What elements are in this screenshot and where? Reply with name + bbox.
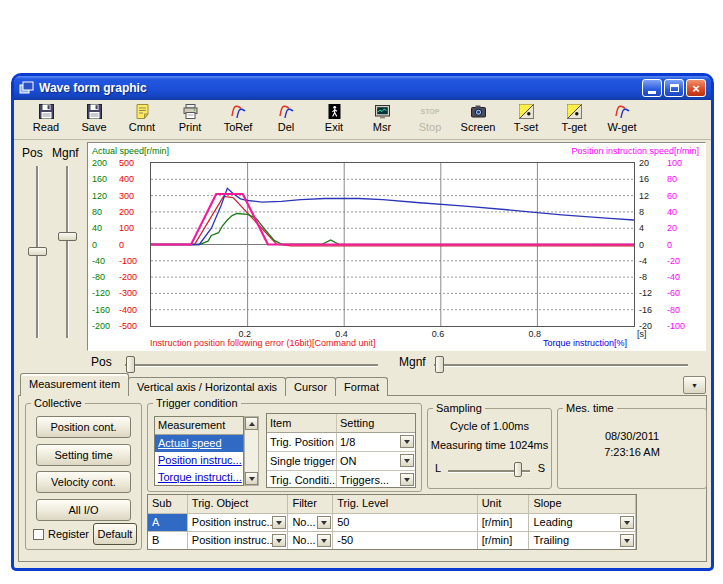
toolbar-button-t-set[interactable]: T-set xyxy=(502,102,550,138)
axis-tick: 0 xyxy=(92,240,97,250)
axis-tick: 12 xyxy=(639,191,649,201)
trig-level-cell[interactable]: 50 xyxy=(333,513,477,531)
mgnf-hslider-thumb[interactable] xyxy=(435,356,444,373)
dropdown-button[interactable] xyxy=(317,534,331,547)
toolbar-button-read[interactable]: Read xyxy=(22,102,70,138)
axis-tick: 80 xyxy=(92,207,102,217)
register-checkbox[interactable] xyxy=(33,529,44,540)
toolbar-button-toref[interactable]: ToRef xyxy=(214,102,262,138)
measurement-item-actual-speed[interactable]: Actual speed xyxy=(155,435,243,452)
axis-tick: -160 xyxy=(92,305,110,315)
waveform-plot[interactable] xyxy=(150,162,635,327)
dropdown-button[interactable] xyxy=(400,454,414,467)
measurement-list-scrollbar[interactable] xyxy=(244,416,259,486)
measurement-item-position-instruc[interactable]: Position instruc... xyxy=(155,452,243,469)
dropdown-button[interactable] xyxy=(620,534,634,547)
trigger-table-header-unit: Unit xyxy=(478,495,530,513)
dropdown-button[interactable] xyxy=(620,516,634,529)
tab-overflow-button[interactable]: ▼ xyxy=(683,376,706,394)
toolbar-button-print[interactable]: Print xyxy=(166,102,214,138)
trig-object-cell[interactable]: Position instruc... xyxy=(188,513,289,531)
axis-tick: -80 xyxy=(667,305,680,315)
axis-tick: -12 xyxy=(639,288,652,298)
floppy-icon xyxy=(38,102,55,121)
axis-tick: 20 xyxy=(639,158,649,168)
close-button[interactable]: × xyxy=(686,79,706,97)
sampling-slider-left-label: L xyxy=(435,462,441,474)
mgnf-hslider-track[interactable] xyxy=(434,364,688,367)
sampling-slider-thumb[interactable] xyxy=(514,462,522,477)
axis-tick: 160 xyxy=(92,174,107,184)
trigger-table-header-trig-level: Trig. Level xyxy=(333,495,477,513)
toolbar-button-w-get[interactable]: W-get xyxy=(598,102,646,138)
axis-tick: -300 xyxy=(119,288,137,298)
toolbar-button-screen[interactable]: Screen xyxy=(454,102,502,138)
axis-tick: -120 xyxy=(92,288,110,298)
titlebar: Wave form graphic × xyxy=(14,76,711,100)
minimize-button[interactable] xyxy=(642,79,662,97)
trigger-table-header-trig-object: Trig. Object xyxy=(188,495,289,513)
toolbar-button-cmnt[interactable]: Cmnt xyxy=(118,102,166,138)
dropdown-button[interactable] xyxy=(400,473,414,486)
tab-vertical-axis-horizontal-axis[interactable]: Vertical axis / Horizontal axis xyxy=(128,377,286,396)
toolbar-button-del[interactable]: Del xyxy=(262,102,310,138)
axis-tick: 0 xyxy=(639,240,644,250)
trig-object-cell[interactable]: Position instruc... xyxy=(188,531,289,549)
filter-cell[interactable]: No... xyxy=(288,531,333,549)
sampling-slider-right-label: S xyxy=(538,462,545,474)
mgnf-vslider-track[interactable] xyxy=(66,166,69,338)
actual-speed-tick-column: 20016012080400-40-80-120-160-200 xyxy=(92,163,119,326)
comment-note-icon xyxy=(134,102,151,121)
measurement-item-torque-instructi[interactable]: Torque instructi... xyxy=(155,469,243,486)
toolbar-button-msr[interactable]: Msr xyxy=(358,102,406,138)
all-i-o-button[interactable]: All I/O xyxy=(36,499,131,521)
default-button[interactable]: Default xyxy=(93,523,137,545)
pos-hslider-thumb[interactable] xyxy=(126,356,135,373)
scroll-down-button[interactable] xyxy=(245,472,258,485)
slope-cell[interactable]: Leading xyxy=(529,513,636,531)
toolbar-button-label: Print xyxy=(179,121,202,133)
dropdown-button[interactable] xyxy=(400,435,414,448)
axis-tick: -400 xyxy=(119,305,137,315)
dropdown-button[interactable] xyxy=(317,516,331,529)
trig-level-cell[interactable]: -50 xyxy=(333,531,477,549)
toolbar-button-save[interactable]: Save xyxy=(70,102,118,138)
toolbar-button-label: T-set xyxy=(514,121,538,133)
tab-measurement-item[interactable]: Measurement item xyxy=(20,373,129,396)
trigger-set-icon xyxy=(518,102,535,121)
unit-cell: [r/min] xyxy=(478,531,530,549)
setting-time-button[interactable]: Setting time xyxy=(36,444,131,466)
screenshot-canvas: Wave form graphic × ReadSaveCmntPrintToR… xyxy=(0,0,723,584)
toolbar-button-t-get[interactable]: T-get xyxy=(550,102,598,138)
waveform-icon xyxy=(614,102,631,121)
velocity-cont-button[interactable]: Velocity cont. xyxy=(36,471,131,493)
position-cont-button[interactable]: Position cont. xyxy=(36,416,131,438)
item-cell: Single trigger xyxy=(267,452,337,470)
axis-tick: 8 xyxy=(639,207,644,217)
pos-hslider-track[interactable] xyxy=(125,364,378,367)
axis-tick: -16 xyxy=(639,305,652,315)
maximize-icon xyxy=(670,84,679,92)
trigger-condition-groupbox: Trigger condition Measurement Actual spe… xyxy=(147,403,422,492)
tab-format[interactable]: Format xyxy=(335,377,388,396)
collective-group-label: Collective xyxy=(31,397,85,410)
toolbar-button-label: T-get xyxy=(561,121,586,133)
sampling-group-label: Sampling xyxy=(433,402,485,415)
scroll-up-button[interactable] xyxy=(245,417,258,430)
filter-cell[interactable]: No... xyxy=(288,513,333,531)
tab-cursor[interactable]: Cursor xyxy=(285,377,336,396)
dropdown-button[interactable] xyxy=(272,534,286,547)
mgnf-vslider-thumb[interactable] xyxy=(58,232,77,241)
pos-vslider-thumb[interactable] xyxy=(28,247,47,256)
floppy-icon xyxy=(86,102,103,121)
axis-tick: 60 xyxy=(667,191,677,201)
dropdown-button[interactable] xyxy=(272,516,286,529)
toolbar-button-exit[interactable]: Exit xyxy=(310,102,358,138)
slope-cell[interactable]: Trailing xyxy=(529,531,636,549)
waveform-icon xyxy=(230,102,247,121)
trigger-table-row-a: APosition instruc...No...50[r/min]Leadin… xyxy=(148,513,636,531)
maximize-button[interactable] xyxy=(664,79,684,97)
measurement-date: 08/30/2011 xyxy=(558,430,706,442)
axis-tick: 120 xyxy=(92,191,107,201)
mgnf-vslider-label: Mgnf xyxy=(52,146,79,160)
